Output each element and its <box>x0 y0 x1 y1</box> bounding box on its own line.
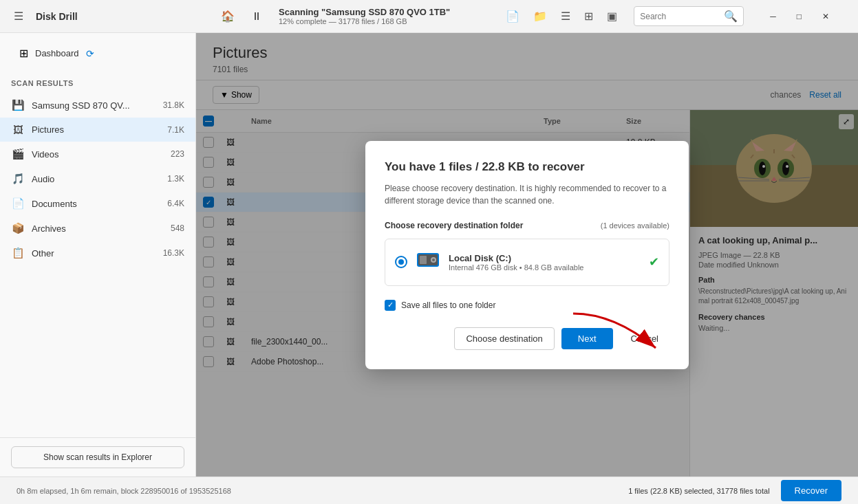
cancel-button[interactable]: Cancel <box>620 328 669 349</box>
grid-icon-btn[interactable]: ⊞ <box>579 6 599 27</box>
sidebar-item-videos-count: 223 <box>171 149 184 159</box>
sidebar-item-archives[interactable]: 📦 Archives 548 <box>0 216 195 241</box>
sidebar-item-documents-count: 6.4K <box>167 199 184 208</box>
view-icon-btn[interactable]: ▣ <box>601 6 623 27</box>
content-area: Pictures 7101 files ▼ Show chances Reset… <box>196 33 858 476</box>
save-all-label: Save all files to one folder <box>401 300 495 310</box>
drive-icon: 💾 <box>11 99 25 111</box>
file-icon-btn[interactable]: 📄 <box>500 6 525 27</box>
svg-rect-25 <box>420 256 427 264</box>
status-right-text: 1 files (22.8 KB) selected, 31778 files … <box>628 487 769 495</box>
scan-subtitle: 12% complete — 31778 files / 168 GB <box>279 17 489 25</box>
app-title: Disk Drill <box>36 11 78 22</box>
drive-check-icon: ✔ <box>649 254 659 270</box>
title-bar: ☰ Disk Drill 🏠 ⏸ Scanning "Samsung SSD 8… <box>0 0 858 33</box>
videos-icon: 🎬 <box>11 148 25 160</box>
pause-button[interactable]: ⏸ <box>246 6 268 27</box>
sidebar-item-other-label: Other <box>32 248 156 259</box>
sidebar-item-documents[interactable]: 📄 Documents 6.4K <box>0 191 195 216</box>
title-bar-left: ☰ Disk Drill <box>8 6 204 27</box>
menu-button[interactable]: ☰ <box>8 6 29 27</box>
sidebar-item-videos-label: Videos <box>32 149 164 160</box>
loading-spinner: ⟳ <box>86 48 94 59</box>
main-layout: ⊞ Dashboard ⟳ Scan results 💾 Samsung SSD… <box>0 33 858 476</box>
search-icon: 🔍 <box>724 10 738 23</box>
toolbar-icons: 📄 📁 ☰ ⊞ ▣ <box>500 6 623 27</box>
archives-icon: 📦 <box>11 222 25 234</box>
scan-title: Scanning "Samsung SSD 870 QVO 1TB" <box>279 7 489 17</box>
sidebar-item-documents-label: Documents <box>32 199 160 209</box>
sidebar-item-samsung-label: Samsung SSD 870 QV... <box>32 100 156 111</box>
sidebar-item-audio-label: Audio <box>32 174 160 184</box>
pictures-icon: 🖼 <box>11 124 25 135</box>
sidebar-item-samsung[interactable]: 💾 Samsung SSD 870 QV... 31.8K <box>0 93 195 118</box>
modal-overlay: You have 1 files / 22.8 KB to recover Pl… <box>196 33 858 476</box>
svg-point-27 <box>432 259 435 261</box>
dashboard-label: Dashboard <box>35 48 79 58</box>
home-button[interactable]: 🏠 <box>215 6 240 27</box>
scan-info: Scanning "Samsung SSD 870 QVO 1TB" 12% c… <box>279 7 489 25</box>
sidebar: ⊞ Dashboard ⟳ Scan results 💾 Samsung SSD… <box>0 33 196 476</box>
folder-icon-btn[interactable]: 📁 <box>528 6 553 27</box>
drive-detail: Internal 476 GB disk • 84.8 GB available <box>449 263 641 272</box>
sidebar-item-audio[interactable]: 🎵 Audio 1.3K <box>0 166 195 191</box>
show-explorer-button[interactable]: Show scan results in Explorer <box>11 446 184 468</box>
title-bar-center: 🏠 ⏸ Scanning "Samsung SSD 870 QVO 1TB" 1… <box>204 6 850 27</box>
recovery-modal: You have 1 files / 22.8 KB to recover Pl… <box>365 141 689 369</box>
choose-destination-button[interactable]: Choose destination <box>454 327 554 350</box>
documents-icon: 📄 <box>11 197 25 210</box>
close-button[interactable]: ✕ <box>813 6 839 27</box>
sidebar-item-pictures[interactable]: 🖼 Pictures 7.1K <box>0 118 195 142</box>
nav-icons: 🏠 ⏸ <box>215 6 268 27</box>
window-controls: ─ □ ✕ <box>760 6 839 27</box>
status-bar: 0h 8m elapsed, 1h 6m remain, block 22895… <box>0 476 858 504</box>
grid-icon: ⊞ <box>19 47 28 60</box>
other-icon: 📋 <box>11 247 25 259</box>
drive-option[interactable]: Local Disk (C:) Internal 476 GB disk • 8… <box>385 239 669 286</box>
modal-checkbox-row: ✓ Save all files to one folder <box>385 300 669 311</box>
sidebar-item-archives-label: Archives <box>32 223 164 234</box>
modal-devices-available: (1 devices available) <box>601 221 669 230</box>
modal-title: You have 1 files / 22.8 KB to recover <box>385 160 669 174</box>
save-all-checkbox[interactable]: ✓ <box>385 300 396 311</box>
next-button[interactable]: Next <box>561 328 613 349</box>
sidebar-top: ⊞ Dashboard ⟳ <box>0 33 195 74</box>
sidebar-item-pictures-count: 7.1K <box>167 125 184 135</box>
drive-name: Local Disk (C:) <box>449 253 641 263</box>
scan-results-label: Scan results <box>0 74 195 93</box>
maximize-button[interactable]: □ <box>787 6 811 27</box>
sidebar-item-audio-count: 1.3K <box>167 174 184 184</box>
drive-info: Local Disk (C:) Internal 476 GB disk • 8… <box>449 253 641 272</box>
modal-description: Please choose recovery destination. It i… <box>385 182 669 207</box>
sidebar-item-other[interactable]: 📋 Other 16.3K <box>0 241 195 265</box>
dashboard-button[interactable]: ⊞ Dashboard ⟳ <box>11 41 184 65</box>
drive-radio-inner <box>398 259 404 265</box>
recover-button[interactable]: Recover <box>781 480 841 501</box>
sidebar-item-pictures-label: Pictures <box>32 124 160 135</box>
sidebar-item-other-count: 16.3K <box>163 248 184 258</box>
search-bar: 🔍 <box>634 6 744 26</box>
status-left-text: 0h 8m elapsed, 1h 6m remain, block 22895… <box>17 487 617 495</box>
sidebar-item-videos[interactable]: 🎬 Videos 223 <box>0 142 195 166</box>
list-icon-btn[interactable]: ☰ <box>555 6 576 27</box>
sidebar-item-archives-count: 548 <box>171 223 184 233</box>
sidebar-item-samsung-count: 31.8K <box>163 100 184 110</box>
search-input[interactable] <box>640 12 720 21</box>
modal-section-title: Choose recovery destination folder (1 de… <box>385 221 669 230</box>
drive-icon <box>416 248 440 277</box>
minimize-button[interactable]: ─ <box>760 6 786 27</box>
drive-radio[interactable] <box>395 256 407 268</box>
sidebar-bottom: Show scan results in Explorer <box>0 437 195 476</box>
audio-icon: 🎵 <box>11 173 25 185</box>
modal-actions: Choose destination Next Cancel <box>385 327 669 350</box>
